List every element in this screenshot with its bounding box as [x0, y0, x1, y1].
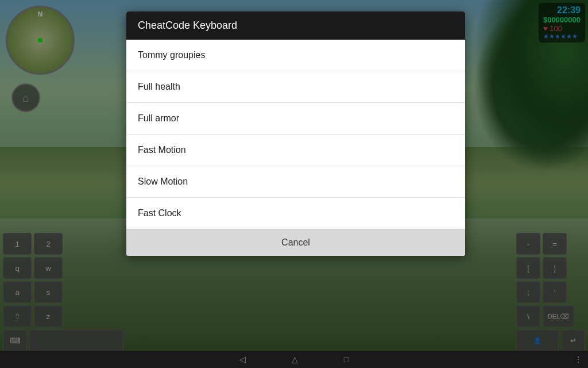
cheat-item-full-armor[interactable]: Full armor [126, 103, 465, 135]
cheat-item-fast-motion[interactable]: Fast Motion [126, 135, 465, 166]
android-nav-bar: ◁ △ □ ⋮ [0, 351, 588, 368]
cheat-item-full-health[interactable]: Full health [126, 71, 465, 103]
nav-home-button[interactable]: △ [292, 355, 298, 364]
cheat-item-tommy-groupies[interactable]: Tommy groupies [126, 40, 465, 71]
nav-recents-button[interactable]: □ [344, 355, 349, 364]
cheat-list: Tommy groupiesFull healthFull armorFast … [126, 40, 465, 229]
cheat-item-slow-motion[interactable]: Slow Motion [126, 166, 465, 198]
dialog-footer: Cancel [126, 229, 465, 256]
cancel-button[interactable]: Cancel [126, 229, 465, 256]
nav-more-button[interactable]: ⋮ [574, 355, 582, 364]
cheatcode-dialog: CheatCode Keyboard Tommy groupiesFull he… [126, 12, 465, 256]
dialog-title: CheatCode Keyboard [126, 12, 465, 40]
cheat-item-fast-clock[interactable]: Fast Clock [126, 198, 465, 229]
nav-back-button[interactable]: ◁ [239, 355, 246, 364]
